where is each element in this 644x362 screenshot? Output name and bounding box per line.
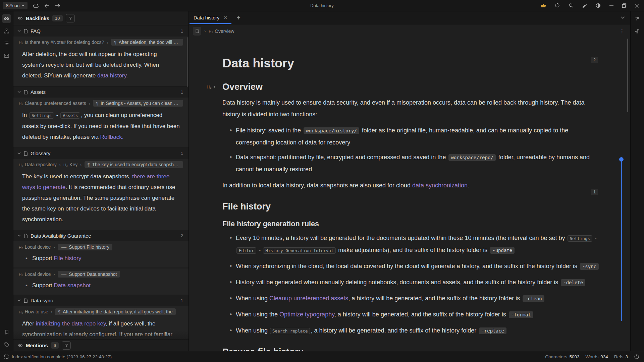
breadcrumb-block-chip[interactable]: ·—Support Data snapshot bbox=[58, 271, 120, 278]
panel-scrollbar-thumb[interactable] bbox=[187, 37, 188, 87]
forward-button[interactable] bbox=[55, 4, 60, 8]
new-tab-button[interactable]: + bbox=[232, 11, 245, 24]
breadcrumb-separator: › bbox=[204, 28, 206, 34]
ref-link[interactable]: Cleanup unreferenced assets bbox=[269, 295, 348, 302]
backlink-item[interactable]: H₂Local device›·—Support File history Su… bbox=[13, 241, 189, 267]
minimize-button[interactable] bbox=[609, 3, 614, 8]
ref-link[interactable]: initializing the data repo key bbox=[36, 320, 106, 327]
section-count: 2 bbox=[181, 233, 183, 238]
editor-content[interactable]: Data history H₂ ▼ Overview Data history … bbox=[189, 38, 630, 351]
heading-gutter[interactable]: H₂ ▼ bbox=[207, 84, 216, 89]
ref-count-badge[interactable]: 1 bbox=[591, 189, 598, 195]
breadcrumb-heading-part[interactable]: H₂Cleanup unreferenced assets bbox=[19, 101, 86, 106]
backlink-section-glossary: Glossary 1 H₂Data repository›H₃Key›¶The … bbox=[13, 147, 189, 230]
backlinks-filter-button[interactable] bbox=[66, 14, 75, 22]
heading-generation-rules: File history generation rules bbox=[222, 220, 600, 228]
text-run: Every 10 minutes, a history will be gene… bbox=[236, 235, 567, 241]
breadcrumb-heading-part[interactable]: H₂Local device bbox=[19, 244, 51, 250]
text-run: . bbox=[468, 182, 469, 189]
global-graph-dock-icon[interactable] bbox=[633, 26, 642, 36]
text-run: - bbox=[55, 112, 60, 118]
ref-link[interactable]: Data snapshot bbox=[54, 282, 91, 289]
text-run: History will be generated when manually … bbox=[236, 279, 560, 286]
more-menu-icon[interactable]: ⋮ bbox=[620, 28, 625, 34]
editor-scrollbar-thumb[interactable] bbox=[627, 39, 628, 112]
graph-view-dock-icon[interactable] bbox=[633, 14, 642, 23]
rules-list: Every 10 minutes, a history will be gene… bbox=[222, 232, 600, 337]
tag-dock-icon[interactable] bbox=[2, 340, 11, 349]
inline-code: -clean bbox=[523, 295, 544, 302]
inbox-dock-icon[interactable] bbox=[2, 51, 11, 60]
backlink-section-header[interactable]: Glossary 1 bbox=[13, 147, 189, 159]
backlink-breadcrumb: H₂Local device›·—Support Data snapshot bbox=[13, 270, 189, 280]
backlink-icon bbox=[18, 16, 23, 21]
section-count: 1 bbox=[181, 298, 183, 303]
breadcrumb-block-chip[interactable]: ¶After deletion, the doc will not appear… bbox=[111, 39, 183, 46]
breadcrumb-heading-part[interactable]: H₃Key bbox=[63, 162, 77, 167]
backlink-section-header[interactable]: FAQ 1 bbox=[13, 25, 189, 37]
vip-crown-icon[interactable] bbox=[540, 3, 546, 8]
close-button[interactable] bbox=[635, 3, 639, 8]
ref-link[interactable]: File history bbox=[54, 255, 81, 261]
breadcrumb-block-chip[interactable]: ¶In Settings - Assets, you can clean up … bbox=[93, 100, 183, 107]
ref-link[interactable]: data history. bbox=[97, 72, 128, 79]
text-run: After bbox=[22, 320, 36, 327]
app-menu-button[interactable]: SiYuan bbox=[3, 2, 28, 9]
tab-close-icon[interactable]: ✕ bbox=[223, 15, 227, 20]
ref-link[interactable]: Rollback. bbox=[100, 134, 123, 140]
backlinks-dock-icon[interactable] bbox=[2, 14, 11, 23]
inline-code: -format bbox=[509, 311, 533, 318]
ref-link[interactable]: data synchronization bbox=[412, 182, 468, 189]
marketplace-icon[interactable] bbox=[554, 3, 560, 8]
graph-dock-icon[interactable] bbox=[2, 26, 11, 36]
backlink-item[interactable]: H₂How to use›¶After initializing the dat… bbox=[13, 306, 189, 340]
inline-code: -delete bbox=[561, 279, 585, 286]
breadcrumb-heading-part[interactable]: H₂Is there any #Note# for deleting docs? bbox=[19, 40, 104, 45]
breadcrumb-heading-part[interactable]: H₂Data repository bbox=[19, 162, 57, 167]
search-icon[interactable] bbox=[568, 3, 574, 8]
tab-data-history[interactable]: Data history ✕ bbox=[189, 11, 232, 24]
bullet-list: File history: saved in the workspace/his… bbox=[222, 125, 600, 175]
help-icon[interactable] bbox=[634, 354, 639, 359]
restore-button[interactable] bbox=[622, 3, 627, 8]
document-icon[interactable] bbox=[193, 27, 201, 36]
list-item: Every 10 minutes, a history will be gene… bbox=[230, 232, 600, 256]
breadcrumb-heading-part[interactable]: H₂How to use bbox=[19, 309, 48, 314]
text-run: After deletion, the doc will not appear … bbox=[22, 51, 159, 79]
chevron-down-icon bbox=[17, 299, 21, 302]
breadcrumb-heading-part[interactable]: H₂Local device bbox=[19, 272, 51, 277]
breadcrumb-heading[interactable]: H₂ Overview bbox=[209, 28, 234, 34]
ref-link[interactable]: Optimize typography bbox=[279, 311, 334, 318]
ref-count-badge[interactable]: 2 bbox=[591, 57, 598, 63]
cloud-sync-icon[interactable] bbox=[33, 3, 39, 8]
chip-text: The key is used to encrypt data snapshot… bbox=[92, 162, 180, 167]
collapse-triangle-icon[interactable]: ▼ bbox=[213, 85, 216, 88]
outline-dock-icon[interactable] bbox=[2, 39, 11, 48]
backlink-section-header[interactable]: Data Availability Guarantee 2 bbox=[13, 230, 189, 241]
breadcrumb-block-chip[interactable]: ¶After initializing the data repo key, i… bbox=[55, 308, 175, 315]
heading-text: Key bbox=[69, 162, 77, 167]
backlink-excerpt: In Settings - Assets, you can clean up u… bbox=[13, 109, 189, 144]
backlink-section-header[interactable]: Data sync 1 bbox=[13, 295, 189, 306]
breadcrumb-block-chip[interactable]: ¶The key is used to encrypt data snapsho… bbox=[85, 161, 183, 168]
list-item: When using Search replace, a history wil… bbox=[230, 325, 600, 337]
tab-bar: Data history ✕ + bbox=[189, 11, 630, 24]
edit-mode-icon[interactable] bbox=[582, 3, 587, 8]
breadcrumb-block-chip[interactable]: ·—Support File history bbox=[58, 244, 112, 250]
mentions-filter-button[interactable] bbox=[62, 341, 71, 350]
list-item: History will be generated when manually … bbox=[230, 277, 600, 289]
mentions-panel-header[interactable]: Mentions 6 bbox=[13, 340, 189, 351]
tab-list-chevron-icon[interactable] bbox=[621, 16, 625, 19]
backlink-item[interactable]: H₂Cleanup unreferenced assets›¶In Settin… bbox=[13, 98, 189, 147]
section-count: 1 bbox=[181, 151, 183, 156]
back-button[interactable] bbox=[44, 4, 50, 8]
theme-mode-icon[interactable] bbox=[595, 3, 601, 8]
backlink-section-header[interactable]: Assets 1 bbox=[13, 86, 189, 98]
heading-text: Cleanup unreferenced assets bbox=[25, 101, 86, 106]
bookmark-dock-icon[interactable] bbox=[2, 327, 11, 337]
backlink-item[interactable]: H₂Local device›·—Support Data snapshot S… bbox=[13, 268, 189, 295]
backlink-item[interactable]: H₂Is there any #Note# for deleting docs?… bbox=[13, 37, 189, 86]
document: Data history H₂ ▼ Overview Data history … bbox=[222, 56, 600, 351]
backlink-item[interactable]: H₂Data repository›H₃Key›¶The key is used… bbox=[13, 159, 189, 230]
text-run: , a history will be generated, and the s… bbox=[348, 295, 522, 302]
